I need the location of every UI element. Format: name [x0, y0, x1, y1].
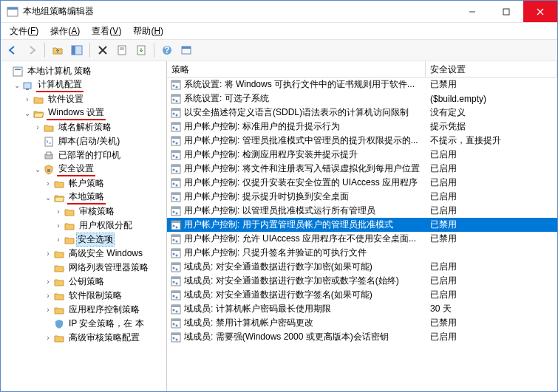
list-row[interactable]: 用户帐户控制: 以管理员批准模式运行所有管理员已启用 — [167, 204, 557, 218]
tree-software-settings[interactable]: ›软件设置 — [23, 92, 166, 106]
setting-text: 30 天 — [426, 303, 557, 315]
delete-button[interactable] — [94, 41, 112, 59]
setting-text: 提示凭据 — [426, 120, 557, 133]
policy-icon — [170, 93, 182, 105]
tree-security-settings[interactable]: ⌄安全设置 — [33, 162, 166, 176]
column-setting[interactable]: 安全设置 — [426, 61, 557, 77]
show-hide-tree-button[interactable] — [68, 41, 86, 59]
content-area: 本地计算机 策略 ⌄计算机配置 ›软件设置 ⌄Windows 设置 ›域名解析 — [1, 61, 557, 391]
list-row[interactable]: 域成员: 对安全通道数据进行数字签名(如果可能)已启用 — [167, 288, 557, 302]
svg-point-73 — [176, 240, 178, 242]
expand-icon[interactable]: › — [44, 292, 52, 300]
list-row[interactable]: 用户帐户控制: 标准用户的提升提示行为提示凭据 — [167, 120, 557, 134]
svg-point-48 — [173, 154, 175, 157]
menu-file[interactable]: 文件(F) — [4, 24, 44, 39]
expand-icon[interactable]: › — [54, 221, 63, 230]
collapse-icon[interactable]: ⌄ — [33, 165, 42, 173]
forward-button[interactable] — [23, 41, 41, 59]
properties-button[interactable] — [113, 41, 131, 59]
menu-action[interactable]: 操作(A) — [44, 24, 86, 39]
svg-point-76 — [173, 252, 175, 255]
tree-app-control[interactable]: ›应用程序控制策略 — [44, 303, 166, 317]
list-body[interactable]: 系统设置: 将 Windows 可执行文件中的证书规则用于软件...已禁用系统设… — [167, 78, 557, 391]
up-button[interactable] — [49, 41, 67, 59]
tree-user-rights[interactable]: ›用户权限分配 — [54, 219, 166, 233]
list-row[interactable]: 域成员: 对安全通道数据进行数字加密或数字签名(始终)已启用 — [167, 274, 557, 288]
expand-icon[interactable]: › — [54, 235, 63, 244]
tree-network-list[interactable]: 网络列表管理器策略 — [44, 261, 166, 275]
list-row[interactable]: 域成员: 计算机帐户密码最长使用期限30 天 — [167, 302, 557, 316]
list-row[interactable]: 用户帐户控制: 用于内置管理员帐户的管理员批准模式已禁用 — [167, 218, 557, 232]
list-row[interactable]: 系统设置: 可选子系统($build.empty) — [167, 92, 557, 106]
svg-point-88 — [173, 295, 175, 297]
collapse-icon[interactable]: ⌄ — [23, 109, 32, 117]
list-row[interactable]: 用户帐户控制: 管理员批准模式中管理员的提升权限提示的...不提示，直接提升 — [167, 134, 557, 148]
tree-deployed-printers[interactable]: 已部署的打印机 — [33, 148, 166, 162]
list-row[interactable]: 域成员: 对安全通道数据进行数字加密(如果可能)已启用 — [167, 260, 557, 274]
tree-name-resolution[interactable]: ›域名解析策略 — [33, 120, 166, 134]
close-button[interactable] — [523, 1, 557, 22]
minimize-button[interactable] — [455, 1, 489, 22]
expand-icon[interactable]: › — [54, 207, 63, 216]
help-button[interactable]: ? — [158, 41, 176, 59]
expand-icon[interactable]: › — [44, 334, 52, 342]
tree-account-policies[interactable]: ›帐户策略 — [44, 176, 166, 190]
list-row[interactable]: 用户帐户控制: 检测应用程序安装并提示提升已启用 — [167, 148, 557, 162]
svg-text:?: ? — [164, 45, 169, 55]
policy-icon — [170, 275, 182, 287]
list-row[interactable]: 以安全描述符定义语言(SDDL)语法表示的计算机访问限制没有定义 — [167, 106, 557, 120]
collapse-icon[interactable]: ⌄ — [13, 81, 21, 89]
collapse-icon[interactable]: ⌄ — [44, 193, 52, 202]
expand-icon[interactable]: › — [44, 278, 52, 286]
tree-pane[interactable]: 本地计算机 策略 ⌄计算机配置 ›软件设置 ⌄Windows 设置 ›域名解析 — [1, 61, 167, 391]
svg-point-40 — [173, 126, 175, 128]
maximize-button[interactable] — [489, 1, 523, 22]
tree-local-policies[interactable]: ⌄本地策略 — [44, 190, 166, 204]
list-row[interactable]: 用户帐户控制: 仅提升安装在安全位置的 UIAccess 应用程序已启用 — [167, 176, 557, 190]
policy-icon — [170, 205, 182, 217]
svg-rect-10 — [118, 46, 126, 55]
column-policy[interactable]: 策略 — [167, 61, 426, 77]
tree-scripts[interactable]: 脚本(启动/关机) — [33, 134, 166, 148]
svg-rect-43 — [171, 137, 180, 139]
list-row[interactable]: 用户帐户控制: 允许 UIAccess 应用程序在不使用安全桌面...已禁用 — [167, 232, 557, 246]
menu-help[interactable]: 帮助(H) — [127, 24, 169, 39]
policy-icon — [170, 149, 182, 161]
list-row[interactable]: 域成员: 需要强(Windows 2000 或更高版本)会话密钥已启用 — [167, 330, 557, 344]
policy-text: 用户帐户控制: 以管理员批准模式运行所有管理员 — [184, 204, 426, 217]
list-row[interactable]: 用户帐户控制: 将文件和注册表写入错误虚拟化到每用户位置已启用 — [167, 162, 557, 176]
tree-advanced-audit[interactable]: ›高级审核策略配置 — [44, 331, 166, 345]
tree-windows-settings[interactable]: ⌄Windows 设置 — [23, 106, 166, 120]
refresh-button[interactable] — [177, 41, 195, 59]
list-row[interactable]: 用户帐户控制: 只提升签名并验证的可执行文件 — [167, 246, 557, 260]
policy-text: 域成员: 对安全通道数据进行数字签名(如果可能) — [184, 289, 426, 301]
expand-icon[interactable]: › — [33, 123, 42, 131]
expand-icon[interactable]: › — [44, 306, 52, 314]
list-row[interactable]: 用户帐户控制: 提示提升时切换到安全桌面已启用 — [167, 190, 557, 204]
tree-software-restriction[interactable]: ›软件限制策略 — [44, 289, 166, 303]
tree-root[interactable]: 本地计算机 策略 — [2, 64, 166, 78]
back-button[interactable] — [4, 41, 21, 59]
tree-public-key[interactable]: ›公钥策略 — [44, 275, 166, 289]
list-row[interactable]: 系统设置: 将 Windows 可执行文件中的证书规则用于软件...已禁用 — [167, 78, 557, 92]
menu-view[interactable]: 查看(V) — [86, 24, 127, 39]
svg-rect-47 — [171, 151, 180, 153]
svg-rect-59 — [171, 193, 180, 195]
svg-point-97 — [176, 324, 178, 326]
expand-icon[interactable]: › — [44, 179, 52, 188]
expand-icon[interactable]: › — [23, 95, 32, 103]
tree-security-options[interactable]: ›安全选项 — [54, 233, 166, 247]
tree-advanced-firewall[interactable]: ›高级安全 Windows — [44, 247, 166, 261]
policy-icon — [170, 219, 182, 231]
svg-point-96 — [173, 323, 175, 325]
policy-icon — [170, 261, 182, 273]
tree-ip-security[interactable]: IP 安全策略，在 本 — [44, 317, 166, 331]
tree-audit-policy[interactable]: ›审核策略 — [54, 204, 166, 219]
setting-text: 已禁用 — [426, 233, 557, 245]
list-row[interactable]: 域成员: 禁用计算机帐户密码更改已禁用 — [167, 316, 557, 330]
svg-rect-79 — [171, 263, 180, 265]
export-button[interactable] — [132, 41, 150, 59]
tree-computer-config[interactable]: ⌄计算机配置 — [13, 78, 166, 92]
expand-icon[interactable]: › — [44, 250, 52, 258]
policy-text: 用户帐户控制: 管理员批准模式中管理员的提升权限提示的... — [184, 134, 426, 147]
